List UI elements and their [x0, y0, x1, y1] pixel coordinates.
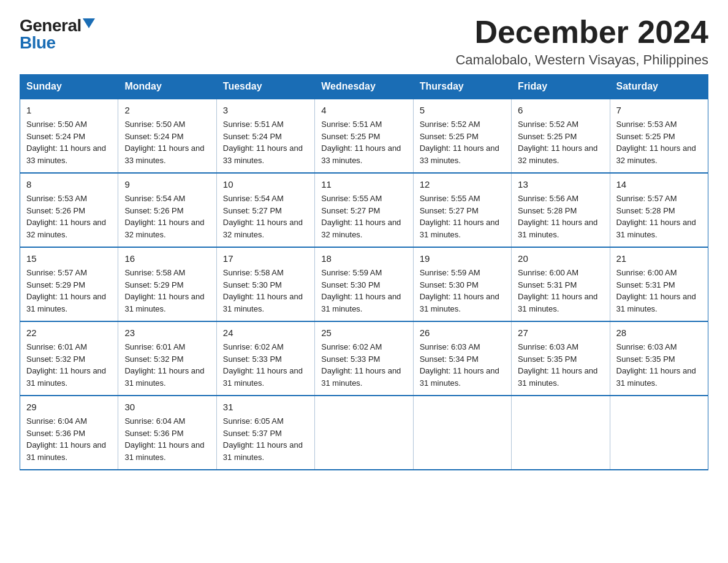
day-info: Sunrise: 5:58 AMSunset: 5:29 PMDaylight:… [124, 268, 204, 313]
calendar-day-cell: 7 Sunrise: 5:53 AMSunset: 5:25 PMDayligh… [610, 99, 708, 173]
day-info: Sunrise: 5:57 AMSunset: 5:28 PMDaylight:… [616, 194, 696, 239]
day-number: 8 [26, 178, 112, 191]
week-row-1: 1 Sunrise: 5:50 AMSunset: 5:24 PMDayligh… [20, 99, 708, 173]
day-info: Sunrise: 5:50 AMSunset: 5:24 PMDaylight:… [26, 120, 106, 165]
day-info: Sunrise: 6:00 AMSunset: 5:31 PMDaylight:… [616, 268, 696, 313]
calendar-day-cell: 9 Sunrise: 5:54 AMSunset: 5:26 PMDayligh… [118, 173, 216, 247]
calendar-day-cell: 3 Sunrise: 5:51 AMSunset: 5:24 PMDayligh… [216, 99, 314, 173]
day-info: Sunrise: 5:59 AMSunset: 5:30 PMDaylight:… [420, 268, 499, 313]
day-info: Sunrise: 5:58 AMSunset: 5:30 PMDaylight:… [223, 268, 303, 313]
day-number: 11 [321, 178, 406, 191]
month-title: December 2024 [455, 15, 708, 50]
day-number: 24 [223, 326, 308, 340]
calendar-day-cell: 26 Sunrise: 6:03 AMSunset: 5:34 PMDaylig… [413, 321, 511, 396]
calendar-day-cell [413, 396, 511, 470]
calendar-day-cell: 17 Sunrise: 5:58 AMSunset: 5:30 PMDaylig… [216, 247, 314, 321]
calendar-table: Sunday Monday Tuesday Wednesday Thursday… [20, 74, 708, 470]
header-thursday: Thursday [413, 75, 511, 99]
calendar-day-cell: 29 Sunrise: 6:04 AMSunset: 5:36 PMDaylig… [20, 396, 118, 470]
header-tuesday: Tuesday [216, 75, 314, 99]
logo: General Blue [20, 17, 95, 52]
day-number: 18 [321, 252, 406, 266]
calendar-day-cell: 31 Sunrise: 6:05 AMSunset: 5:37 PMDaylig… [216, 396, 314, 470]
day-info: Sunrise: 5:56 AMSunset: 5:28 PMDaylight:… [518, 194, 597, 239]
day-info: Sunrise: 6:04 AMSunset: 5:36 PMDaylight:… [26, 416, 106, 462]
day-info: Sunrise: 5:55 AMSunset: 5:27 PMDaylight:… [420, 194, 499, 239]
day-info: Sunrise: 5:50 AMSunset: 5:24 PMDaylight:… [124, 120, 204, 165]
logo-general-text: General [20, 17, 82, 34]
day-number: 17 [223, 252, 308, 266]
day-info: Sunrise: 6:01 AMSunset: 5:32 PMDaylight:… [124, 342, 204, 388]
calendar-day-cell: 25 Sunrise: 6:02 AMSunset: 5:33 PMDaylig… [315, 321, 413, 396]
day-number: 12 [420, 178, 505, 191]
day-info: Sunrise: 5:51 AMSunset: 5:24 PMDaylight:… [223, 120, 303, 165]
calendar-day-cell: 10 Sunrise: 5:54 AMSunset: 5:27 PMDaylig… [216, 173, 314, 247]
day-number: 27 [518, 326, 603, 340]
day-number: 16 [124, 252, 210, 266]
calendar-day-cell: 21 Sunrise: 6:00 AMSunset: 5:31 PMDaylig… [610, 247, 708, 321]
calendar-day-cell [610, 396, 708, 470]
day-number: 28 [616, 326, 702, 340]
day-number: 15 [26, 252, 112, 266]
calendar-day-cell: 5 Sunrise: 5:52 AMSunset: 5:25 PMDayligh… [413, 99, 511, 173]
day-number: 10 [223, 178, 308, 191]
day-info: Sunrise: 6:05 AMSunset: 5:37 PMDaylight:… [223, 416, 303, 462]
day-number: 9 [124, 178, 210, 191]
calendar-day-cell: 14 Sunrise: 5:57 AMSunset: 5:28 PMDaylig… [610, 173, 708, 247]
day-number: 31 [223, 400, 308, 414]
day-info: Sunrise: 6:02 AMSunset: 5:33 PMDaylight:… [321, 342, 401, 388]
day-info: Sunrise: 5:59 AMSunset: 5:30 PMDaylight:… [321, 268, 401, 313]
title-area: December 2024 Camalobalo, Western Visaya… [455, 15, 708, 68]
week-row-5: 29 Sunrise: 6:04 AMSunset: 5:36 PMDaylig… [20, 396, 708, 470]
day-number: 2 [124, 104, 210, 117]
header-wednesday: Wednesday [315, 75, 413, 99]
day-info: Sunrise: 6:03 AMSunset: 5:34 PMDaylight:… [420, 342, 499, 388]
day-number: 23 [124, 326, 210, 340]
calendar-day-cell: 15 Sunrise: 5:57 AMSunset: 5:29 PMDaylig… [20, 247, 118, 321]
calendar-day-cell: 27 Sunrise: 6:03 AMSunset: 5:35 PMDaylig… [512, 321, 610, 396]
calendar-day-cell: 8 Sunrise: 5:53 AMSunset: 5:26 PMDayligh… [20, 173, 118, 247]
calendar-day-cell: 30 Sunrise: 6:04 AMSunset: 5:36 PMDaylig… [118, 396, 216, 470]
calendar-day-cell: 2 Sunrise: 5:50 AMSunset: 5:24 PMDayligh… [118, 99, 216, 173]
calendar-day-cell: 16 Sunrise: 5:58 AMSunset: 5:29 PMDaylig… [118, 247, 216, 321]
calendar-day-cell [315, 396, 413, 470]
week-row-4: 22 Sunrise: 6:01 AMSunset: 5:32 PMDaylig… [20, 321, 708, 396]
logo-triangle-icon [83, 18, 95, 28]
day-number: 25 [321, 326, 406, 340]
page-header: General Blue December 2024 Camalobalo, W… [20, 15, 708, 68]
day-number: 22 [26, 326, 112, 340]
calendar-day-cell: 22 Sunrise: 6:01 AMSunset: 5:32 PMDaylig… [20, 321, 118, 396]
day-number: 21 [616, 252, 702, 266]
day-info: Sunrise: 6:01 AMSunset: 5:32 PMDaylight:… [26, 342, 106, 388]
calendar-day-cell: 28 Sunrise: 6:03 AMSunset: 5:35 PMDaylig… [610, 321, 708, 396]
day-info: Sunrise: 5:57 AMSunset: 5:29 PMDaylight:… [26, 268, 106, 313]
day-number: 1 [26, 104, 112, 117]
day-info: Sunrise: 5:52 AMSunset: 5:25 PMDaylight:… [420, 120, 499, 165]
calendar-day-cell: 18 Sunrise: 5:59 AMSunset: 5:30 PMDaylig… [315, 247, 413, 321]
location-title: Camalobalo, Western Visayas, Philippines [455, 52, 708, 68]
header-sunday: Sunday [20, 75, 118, 99]
logo-blue-text: Blue [20, 34, 56, 52]
day-number: 3 [223, 104, 308, 117]
day-number: 19 [420, 252, 505, 266]
week-row-3: 15 Sunrise: 5:57 AMSunset: 5:29 PMDaylig… [20, 247, 708, 321]
weekday-header-row: Sunday Monday Tuesday Wednesday Thursday… [20, 75, 708, 99]
calendar-day-cell: 6 Sunrise: 5:52 AMSunset: 5:25 PMDayligh… [512, 99, 610, 173]
day-number: 29 [26, 400, 112, 414]
calendar-day-cell: 1 Sunrise: 5:50 AMSunset: 5:24 PMDayligh… [20, 99, 118, 173]
day-info: Sunrise: 5:51 AMSunset: 5:25 PMDaylight:… [321, 120, 401, 165]
day-number: 4 [321, 104, 406, 117]
calendar-day-cell: 23 Sunrise: 6:01 AMSunset: 5:32 PMDaylig… [118, 321, 216, 396]
day-info: Sunrise: 6:04 AMSunset: 5:36 PMDaylight:… [124, 416, 204, 462]
calendar-day-cell: 4 Sunrise: 5:51 AMSunset: 5:25 PMDayligh… [315, 99, 413, 173]
day-info: Sunrise: 5:55 AMSunset: 5:27 PMDaylight:… [321, 194, 401, 239]
day-number: 20 [518, 252, 603, 266]
day-number: 26 [420, 326, 505, 340]
day-number: 6 [518, 104, 603, 117]
day-info: Sunrise: 6:03 AMSunset: 5:35 PMDaylight:… [616, 342, 696, 388]
calendar-day-cell: 11 Sunrise: 5:55 AMSunset: 5:27 PMDaylig… [315, 173, 413, 247]
day-info: Sunrise: 5:52 AMSunset: 5:25 PMDaylight:… [518, 120, 597, 165]
calendar-day-cell: 19 Sunrise: 5:59 AMSunset: 5:30 PMDaylig… [413, 247, 511, 321]
day-info: Sunrise: 6:02 AMSunset: 5:33 PMDaylight:… [223, 342, 303, 388]
calendar-day-cell: 24 Sunrise: 6:02 AMSunset: 5:33 PMDaylig… [216, 321, 314, 396]
